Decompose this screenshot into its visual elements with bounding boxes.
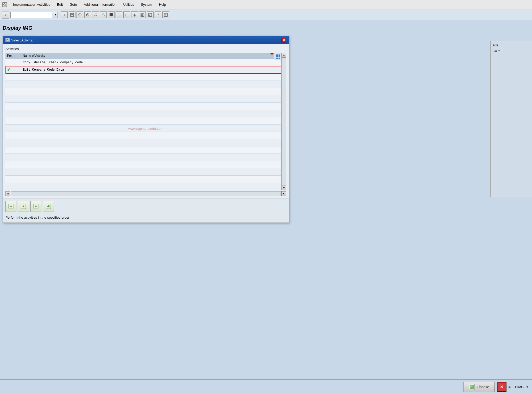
table-wrapper: Per... Name of Activity Copy, delete, ch… <box>5 53 286 190</box>
svg-marker-7 <box>134 15 136 17</box>
menu-edit[interactable]: Edit <box>56 2 64 7</box>
toolbar-btn-10[interactable] <box>147 11 154 18</box>
table-row[interactable] <box>5 161 281 168</box>
dialog-content: Activities Per... Name <box>3 44 289 199</box>
table-row-selected[interactable]: ✔ Edit Company Code Data <box>5 66 281 73</box>
col-header-name: Name of Activity <box>21 53 281 59</box>
command-field[interactable] <box>10 12 52 18</box>
activities-label: Activities <box>5 47 286 51</box>
table-row[interactable] <box>5 132 281 139</box>
save-btn[interactable] <box>69 11 75 18</box>
table-row[interactable] <box>5 139 281 146</box>
status-bar: Choose ✕ ▶ SIMG ▼ <box>0 379 532 394</box>
dialog-title-area: Select Activity: <box>5 38 33 42</box>
triangle-right-icon: ▶ <box>509 385 511 389</box>
table-row[interactable] <box>5 95 281 103</box>
svg-rect-19 <box>470 385 472 387</box>
right-panel-goto: Go to <box>493 48 530 54</box>
dialog-title-text: Select Activity: <box>11 38 33 42</box>
hscroll-left-btn[interactable]: ◄ <box>5 191 10 196</box>
action-btn-4[interactable] <box>43 201 54 212</box>
simg-label: SIMG <box>515 385 524 389</box>
table-row[interactable] <box>5 154 281 161</box>
toolbar-btn-5[interactable]: ⬛ <box>108 11 115 18</box>
triangle-dropdown-icon: ▼ <box>526 385 529 389</box>
action-buttons-area <box>5 201 286 212</box>
menu-additional-information[interactable]: Additional Information <box>83 2 118 7</box>
main-area: Display IMG Select Activity: ✕ Activitie… <box>0 20 532 394</box>
table-row[interactable] <box>5 103 281 110</box>
svg-rect-8 <box>141 13 144 16</box>
toolbar: ✔ ▼ ◄ 🖨 🔍 ⬛ ⬚ ⬚ ? <box>0 9 532 20</box>
toolbar-btn-4[interactable]: 🔍 <box>100 11 107 18</box>
choose-btn-icon <box>469 384 475 390</box>
svg-rect-11 <box>165 14 166 15</box>
action-btn-2[interactable] <box>18 201 29 212</box>
row-name-1: Copy, delete, check company code <box>21 59 281 66</box>
svg-rect-3 <box>71 15 73 16</box>
cancel-button[interactable]: ✕ <box>497 382 506 392</box>
menu-bar: Implementation Activities Edit Goto Addi… <box>0 0 532 9</box>
table-scrollbar[interactable]: ▲ ▼ <box>281 53 286 190</box>
toolbar-btn-7[interactable]: ⬚ <box>123 11 130 18</box>
table-row[interactable] <box>5 146 281 154</box>
table-row[interactable] <box>5 88 281 95</box>
menu-utilities[interactable]: Utilities <box>122 2 135 7</box>
svg-rect-21 <box>471 388 472 389</box>
page-title: Display IMG <box>3 23 529 33</box>
table-row[interactable] <box>5 73 281 81</box>
toolbar-btn-8[interactable] <box>131 11 138 18</box>
dialog-app-icon <box>5 38 10 42</box>
svg-rect-20 <box>471 387 473 388</box>
right-panel: Acti Go to <box>490 41 532 197</box>
row-name-2: Edit Company Code Data <box>21 66 281 73</box>
choose-label: Choose <box>477 385 489 389</box>
dialog-titlebar: Select Activity: ✕ <box>3 36 289 44</box>
scroll-down-btn[interactable]: ▼ <box>282 186 286 190</box>
menu-implementation-activities[interactable]: Implementation Activities <box>12 2 51 7</box>
app-icon <box>2 2 7 7</box>
toolbar-btn-6[interactable]: ⬚ <box>116 11 122 18</box>
table-row[interactable] <box>5 168 281 176</box>
table-header-row: Per... Name of Activity <box>5 53 281 59</box>
activities-table: Per... Name of Activity Copy, delete, ch… <box>5 53 281 190</box>
toolbar-btn-12[interactable] <box>162 11 169 18</box>
toolbar-btn-9[interactable] <box>139 11 146 18</box>
choose-button[interactable]: Choose <box>463 382 495 392</box>
table-row[interactable] <box>5 81 281 88</box>
column-config-btn[interactable] <box>274 53 281 60</box>
right-panel-acti: Acti <box>493 43 530 48</box>
table-row[interactable] <box>5 176 281 183</box>
svg-rect-2 <box>71 13 73 15</box>
horizontal-scroll-area: ◄ ► <box>5 191 286 196</box>
back-btn[interactable]: ◄ <box>61 11 68 18</box>
dialog-close-btn[interactable]: ✕ <box>281 38 286 42</box>
table-row[interactable] <box>5 125 281 132</box>
svg-marker-6 <box>134 14 136 15</box>
menu-goto[interactable]: Goto <box>68 2 78 7</box>
toolbar-btn-1[interactable] <box>77 11 83 18</box>
table-row[interactable]: Copy, delete, check company code <box>5 59 281 66</box>
command-dropdown-btn[interactable]: ▼ <box>53 12 58 18</box>
toolbar-btn-11[interactable]: ? <box>155 11 161 18</box>
table-row[interactable] <box>5 110 281 117</box>
svg-rect-12 <box>165 15 166 16</box>
row-per-1 <box>5 59 21 66</box>
table-row[interactable] <box>5 183 281 190</box>
toolbar-checkmark-btn[interactable]: ✔ <box>2 11 9 19</box>
hscroll-right-btn[interactable]: ► <box>281 191 286 196</box>
hint-text: Perform the activities in the specified … <box>5 214 286 220</box>
toolbar-btn-2[interactable] <box>84 11 91 18</box>
row-per-2: ✔ <box>5 66 21 73</box>
menu-system[interactable]: System <box>140 2 153 7</box>
col-header-per: Per... <box>5 53 21 59</box>
menu-help[interactable]: Help <box>158 2 167 7</box>
table-row[interactable] <box>5 117 281 125</box>
scroll-up-btn[interactable]: ▲ <box>282 53 286 58</box>
dialog-bottom: Perform the activities in the specified … <box>3 199 289 223</box>
toolbar-btn-3[interactable]: 🖨 <box>92 11 99 18</box>
action-btn-1[interactable] <box>5 201 16 212</box>
select-activity-dialog: Select Activity: ✕ Activities <box>3 36 289 223</box>
action-btn-3[interactable] <box>30 201 41 212</box>
